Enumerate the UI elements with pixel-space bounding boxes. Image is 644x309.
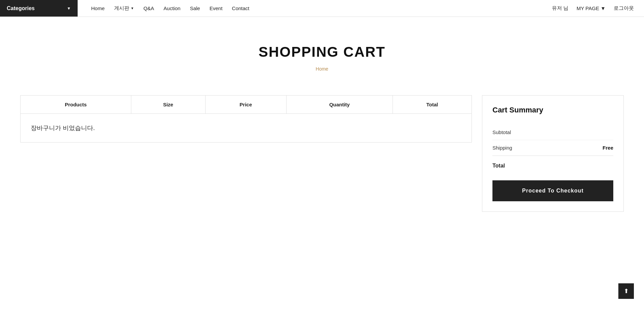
cart-summary: Cart Summary Subtotal Shipping Free Tota… (482, 95, 624, 212)
total-label: Total (492, 163, 505, 169)
cart-empty-row: 장바구니가 비었습니다. (21, 114, 472, 143)
header: Categories ▼ Home 게시판 ▼ Q&A Auction Sale… (0, 0, 644, 17)
main-content: Products Size Price Quantity Total 장바구니가… (0, 85, 644, 232)
col-size: Size (131, 96, 205, 114)
col-products: Products (21, 96, 131, 114)
nav-item-contact[interactable]: Contact (232, 5, 249, 11)
nav-item-home[interactable]: Home (91, 5, 105, 11)
my-page-button[interactable]: MY PAGE ▼ (576, 5, 606, 11)
board-dropdown-icon: ▼ (131, 6, 134, 10)
nav-right: 유저 님 MY PAGE ▼ 로그아웃 (552, 5, 644, 11)
my-page-dropdown-icon: ▼ (600, 5, 606, 11)
user-greeting: 유저 님 (552, 5, 568, 11)
col-price: Price (205, 96, 286, 114)
shipping-row: Shipping Free (492, 140, 613, 156)
subtotal-row: Subtotal (492, 125, 613, 140)
page-hero: SHOPPING CART Home (0, 17, 644, 85)
page-title: SHOPPING CART (0, 44, 644, 60)
shipping-label: Shipping (492, 145, 512, 151)
breadcrumb[interactable]: Home (0, 66, 644, 72)
categories-button[interactable]: Categories ▼ (0, 0, 78, 17)
col-quantity: Quantity (286, 96, 393, 114)
cart-empty-message: 장바구니가 비었습니다. (21, 114, 472, 143)
nav-item-event[interactable]: Event (210, 5, 222, 11)
logout-button[interactable]: 로그아웃 (614, 5, 634, 11)
categories-label: Categories (7, 5, 35, 11)
nav-item-qa[interactable]: Q&A (143, 5, 154, 11)
cart-summary-title: Cart Summary (492, 106, 613, 114)
nav-item-board[interactable]: 게시판 ▼ (114, 5, 134, 11)
cart-table-wrapper: Products Size Price Quantity Total 장바구니가… (20, 95, 472, 143)
cart-table: Products Size Price Quantity Total 장바구니가… (20, 95, 472, 143)
nav-item-sale[interactable]: Sale (190, 5, 200, 11)
col-total: Total (393, 96, 472, 114)
nav-item-auction[interactable]: Auction (164, 5, 181, 11)
categories-arrow-icon: ▼ (67, 6, 71, 11)
checkout-button[interactable]: Proceed To Checkout (492, 180, 613, 201)
shipping-value: Free (602, 145, 613, 151)
total-row: Total (492, 156, 613, 177)
subtotal-label: Subtotal (492, 129, 511, 135)
main-nav: Home 게시판 ▼ Q&A Auction Sale Event Contac… (78, 5, 552, 11)
